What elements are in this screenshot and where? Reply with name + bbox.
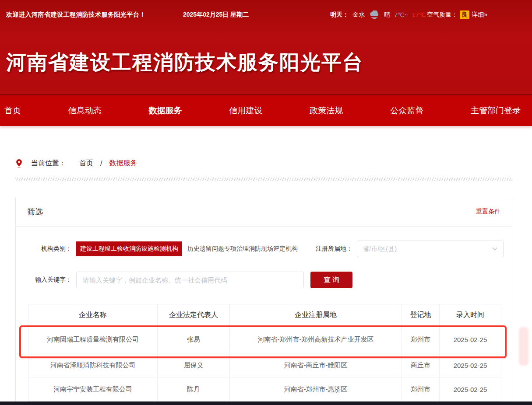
filter-title: 筛选 [27,206,43,217]
temp-low: 7℃~ [394,11,408,18]
col-entry-date: 录入时间 [440,304,501,326]
chevron-down-icon [492,246,498,252]
category-label: 机构类别： [16,245,72,253]
breadcrumb-home-link[interactable]: 首页 [79,159,93,168]
nav-item-policy[interactable]: 政策法规 [310,105,343,116]
cell-entry-date: 2025-02-25 [440,377,501,402]
weather-condition: 晴 [384,11,390,19]
region-select[interactable]: 省/市/区(县) [357,241,504,257]
cell-company-name: 河南省泽顺消防科技有限公司 [28,353,158,377]
nav-item-credit[interactable]: 信用建设 [229,105,262,116]
cell-registered-region: 河南省-郑州市-郑州高新技术产业开发区 [230,326,402,353]
filter-panel: 筛选 重置条件 机构类别： 建设工程竣工验收消防设施检测机构 历史遗留问题专项治… [15,197,512,405]
cell-entry-date: 2025-02-25 [440,326,501,353]
weather-widget: 明天： 金水 晴 7℃~ 17℃ 空气质量： 良 详细» [330,10,487,19]
weather-label: 明天： [330,11,349,19]
companies-table: 企业名称 企业法定代表人 企业注册属地 登记地 录入时间 河南固瑞工程质量检测有… [28,304,501,402]
nav-item-data-service[interactable]: 数据服务 [149,105,182,116]
breadcrumb-current: 数据服务 [109,159,137,168]
cell-company-name: 河南宇宁安装工程有限公司 [28,377,158,402]
slash-divider [15,178,512,181]
table-row[interactable]: 河南省泽顺消防科技有限公司 屈保义 河南省-商丘市-睢阳区 商丘市 2025-0… [28,353,501,377]
date-text: 2025年02月25日 星期二 [183,11,249,19]
weather-detail-link[interactable]: 详细» [472,11,487,19]
breadcrumb: 当前位置： 首页 / 数据服务 [16,159,517,168]
temp-high: 17℃ [412,11,426,18]
category-option-detection-agency[interactable]: 建设工程竣工验收消防设施检测机构 [76,241,182,256]
keyword-input[interactable] [76,272,304,288]
cloud-icon [369,10,380,19]
cell-registration-place: 郑州市 [402,377,440,402]
cell-entry-date: 2025-02-25 [440,353,501,377]
cell-legal-rep: 屈保义 [158,353,230,377]
search-button[interactable]: 查 询 [310,272,352,288]
nav-item-admin-login[interactable]: 主管部门登录 [471,105,521,116]
cell-legal-rep: 张易 [158,326,230,353]
table-header-row: 企业名称 企业法定代表人 企业注册属地 登记地 录入时间 [28,304,501,326]
welcome-text: 欢迎进入河南省建设工程消防技术服务阳光平台！ [6,11,146,19]
breadcrumb-separator: / [100,160,102,168]
cell-registration-place: 郑州市 [402,326,440,353]
weather-district: 金水 [352,11,365,19]
location-pin-icon [16,159,22,168]
main-nav: 首页 信息动态 数据服务 信用建设 政策法规 公众监督 主管部门登录 [0,94,532,126]
cell-legal-rep: 陈丹 [158,377,230,402]
air-quality-label: 空气质量： [427,11,458,19]
col-legal-rep: 企业法定代表人 [158,304,230,326]
region-select-placeholder: 省/市/区(县) [363,245,397,253]
highlight-glow-artifact [519,327,528,366]
table-row[interactable]: 河南固瑞工程质量检测有限公司 张易 河南省-郑州市-郑州高新技术产业开发区 郑州… [28,326,501,353]
cell-registered-region: 河南省-商丘市-睢阳区 [230,353,402,377]
category-filter-row: 机构类别： 建设工程竣工验收消防设施检测机构 历史遗留问题专项治理消防现场评定机… [16,241,512,257]
breadcrumb-label: 当前位置： [31,159,66,168]
site-header: 欢迎进入河南省建设工程消防技术服务阳光平台！ 2025年02月25日 星期二 明… [0,0,532,94]
cell-registration-place: 商丘市 [402,353,440,377]
keyword-label: 输入关键字： [16,276,72,284]
page-title: 河南省建设工程消防技术服务阳光平台 [6,49,363,76]
footer-strip [0,402,532,405]
keyword-filter-row: 输入关键字： 查 询 [16,272,512,288]
air-quality-badge: 良 [460,10,469,19]
col-company-name: 企业名称 [28,304,158,326]
col-registration-place: 登记地 [402,304,440,326]
cell-registered-region: 河南省-郑州市-惠济区 [230,377,402,402]
region-filter-group: 注册所属地： 省/市/区(县) [316,241,504,257]
table-row[interactable]: 河南宇宁安装工程有限公司 陈丹 河南省-郑州市-惠济区 郑州市 2025-02-… [28,377,501,402]
filter-header: 筛选 重置条件 [16,197,512,227]
category-option-legacy-assessment[interactable]: 历史遗留问题专项治理消防现场评定机构 [183,241,302,256]
reset-filters-link[interactable]: 重置条件 [476,208,500,216]
nav-item-news[interactable]: 信息动态 [68,105,102,116]
nav-item-home[interactable]: 首页 [4,105,21,116]
cell-company-name: 河南固瑞工程质量检测有限公司 [28,326,158,353]
region-label: 注册所属地： [316,245,352,253]
col-registered-region: 企业注册属地 [230,304,402,326]
top-info-bar: 欢迎进入河南省建设工程消防技术服务阳光平台！ 2025年02月25日 星期二 明… [0,0,532,19]
nav-item-supervision[interactable]: 公众监督 [390,105,423,116]
